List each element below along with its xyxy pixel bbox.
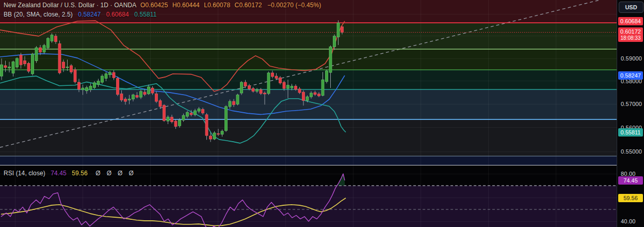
candle-body xyxy=(205,115,208,135)
indicator-price-badge: 0.55811 xyxy=(618,128,643,137)
candle-body xyxy=(155,94,158,101)
candle-body xyxy=(186,112,189,116)
ohlc-open: O0.60425 xyxy=(140,2,168,9)
bb-upper-value: 0.60684 xyxy=(106,11,129,18)
bb-basis-value: 0.58247 xyxy=(78,11,101,18)
candle-body xyxy=(174,121,177,127)
candle-body xyxy=(306,97,309,100)
candle-body xyxy=(109,72,111,74)
candle-body xyxy=(310,93,313,97)
price-zone xyxy=(0,119,617,156)
price-axis-label: 0.57000 xyxy=(621,100,642,108)
candle-body xyxy=(337,23,340,37)
price-axis[interactable]: USD 0.590000.580000.570000.560000.550008… xyxy=(617,0,644,227)
price-axis-label: 0.59000 xyxy=(621,55,642,62)
candle-body xyxy=(210,136,212,139)
candle-body xyxy=(248,86,251,89)
candle-body xyxy=(244,82,247,86)
candle-body xyxy=(124,99,127,101)
candle-body xyxy=(27,64,30,71)
null-plot-symbol: Ø xyxy=(107,170,111,177)
candle-body xyxy=(190,113,192,115)
candle-body xyxy=(24,60,26,64)
candle-body xyxy=(213,133,216,139)
candle-body xyxy=(236,95,239,104)
candle-body xyxy=(31,54,34,73)
candle-body xyxy=(143,92,146,94)
ohlc-close: C0.60172 xyxy=(235,2,262,9)
candle-body xyxy=(283,82,285,88)
candle-body xyxy=(136,95,138,97)
candle-body xyxy=(55,36,57,42)
candle-body xyxy=(105,74,107,79)
countdown-timer: 18:08:33 xyxy=(618,36,643,42)
candle-body xyxy=(318,94,320,96)
candle-body xyxy=(217,133,220,134)
candle-body xyxy=(66,67,69,68)
candle-body xyxy=(302,92,305,100)
candle-body xyxy=(198,109,200,112)
candle-body xyxy=(120,94,123,100)
candle-body xyxy=(171,117,173,122)
exchange-label[interactable]: OANDA xyxy=(114,2,136,9)
currency-toggle-button[interactable]: USD xyxy=(619,2,643,13)
candle-body xyxy=(233,101,235,104)
candle-body xyxy=(51,35,53,41)
rsi-indicator-header[interactable]: RSI (14, close) 74.45 59.56 ØØØØ xyxy=(4,170,134,177)
indicator-price-badge: 0.58247 xyxy=(618,71,643,80)
candle-body xyxy=(287,85,289,88)
candle-body xyxy=(86,87,88,90)
symbol-header: New Zealand Dollar / U.S. Dollar · 1D · … xyxy=(4,2,321,9)
candle-body xyxy=(8,67,11,68)
candle-body xyxy=(43,46,45,52)
rsi-ma-value: 59.56 xyxy=(72,170,88,177)
indicator-price-badge: 0.60684 xyxy=(618,17,643,25)
candle-body xyxy=(225,107,228,130)
bb-indicator-header[interactable]: BB (20, SMA, close, 2.5) 0.58247 0.60684… xyxy=(4,11,156,18)
candle-body xyxy=(333,36,336,47)
candle-body xyxy=(167,117,169,121)
candle-body xyxy=(132,95,135,99)
candle-body xyxy=(159,101,162,107)
candle-body xyxy=(341,27,344,33)
candle-body xyxy=(62,62,65,68)
candle-body xyxy=(326,71,328,82)
symbol-title[interactable]: New Zealand Dollar / U.S. Dollar xyxy=(4,2,95,9)
candle-body xyxy=(20,55,22,65)
timeframe-label[interactable]: 1D xyxy=(101,2,109,9)
candle-body xyxy=(112,72,115,78)
ohlc-high: H0.60444 xyxy=(172,2,200,9)
candle-body xyxy=(74,70,76,82)
candle-body xyxy=(256,89,259,91)
null-plot-symbol: Ø xyxy=(118,170,122,177)
rsi-indicator-label[interactable]: RSI (14, close) xyxy=(4,170,45,177)
candle-body xyxy=(291,86,293,88)
candle-body xyxy=(47,38,50,48)
candle-body xyxy=(264,93,266,94)
candle-body xyxy=(58,43,61,73)
bb-indicator-label[interactable]: BB (20, SMA, close, 2.5) xyxy=(4,11,73,18)
candle-body xyxy=(12,62,14,73)
candle-body xyxy=(194,111,197,115)
price-axis-label: 0.55000 xyxy=(621,148,642,155)
candle-body xyxy=(16,58,19,67)
candle-body xyxy=(321,80,324,95)
candle-body xyxy=(4,66,7,68)
candle-body xyxy=(260,89,262,94)
price-zone xyxy=(0,49,617,70)
candle-body xyxy=(97,81,100,85)
candle-body xyxy=(93,83,96,87)
candle-body xyxy=(221,131,223,134)
chart-canvas[interactable] xyxy=(0,0,644,227)
candle-body xyxy=(179,120,181,126)
candle-body xyxy=(252,88,254,91)
candle-body xyxy=(128,99,131,100)
candle-body xyxy=(271,73,274,77)
candle-body xyxy=(202,109,204,113)
candle-body xyxy=(275,76,278,78)
candle-body xyxy=(314,93,316,95)
candle-body xyxy=(298,89,301,93)
candle-body xyxy=(329,47,332,72)
candle-body xyxy=(151,88,154,93)
rsi-value-badge: 74.45 xyxy=(618,176,643,185)
